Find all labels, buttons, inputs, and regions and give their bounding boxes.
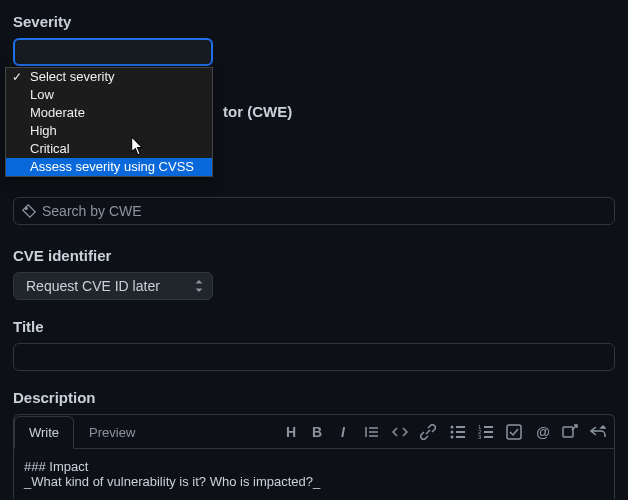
severity-option-placeholder[interactable]: Select severity xyxy=(6,68,212,86)
svg-point-2 xyxy=(451,430,454,433)
cwe-search-input[interactable] xyxy=(42,203,606,219)
severity-option-low[interactable]: Low xyxy=(6,86,212,104)
tab-write[interactable]: Write xyxy=(14,416,74,449)
severity-option-moderate[interactable]: Moderate xyxy=(6,104,212,122)
quote-icon[interactable] xyxy=(364,424,380,440)
svg-point-0 xyxy=(26,208,28,210)
bold-icon[interactable]: B xyxy=(310,424,324,440)
description-label: Description xyxy=(13,389,615,406)
tab-preview[interactable]: Preview xyxy=(74,416,150,449)
crossreference-icon[interactable] xyxy=(562,424,578,440)
svg-rect-14 xyxy=(563,427,573,437)
cve-label: CVE identifier xyxy=(13,247,615,264)
severity-option-cvss[interactable]: Assess severity using CVSS xyxy=(6,158,212,176)
severity-section: Severity Select severity Low Moderate Hi… xyxy=(13,13,615,69)
severity-dropdown[interactable]: Select severity Low Moderate High Critic… xyxy=(5,67,213,177)
cve-select[interactable]: Request CVE ID later xyxy=(13,272,213,300)
severity-label: Severity xyxy=(13,13,615,30)
severity-option-high[interactable]: High xyxy=(6,122,212,140)
title-input[interactable] xyxy=(13,343,615,371)
chevron-updown-icon xyxy=(194,280,204,292)
svg-rect-11 xyxy=(484,431,493,433)
svg-rect-12 xyxy=(484,436,493,438)
description-editor: Write Preview H B I 123 xyxy=(13,414,615,499)
link-icon[interactable] xyxy=(420,424,436,440)
cve-section: CVE identifier Request CVE ID later xyxy=(13,247,615,300)
title-section: Title xyxy=(13,318,615,371)
svg-text:3: 3 xyxy=(478,434,482,440)
description-textarea[interactable]: ### Impact _What kind of vulnerability i… xyxy=(14,449,614,499)
reply-icon[interactable] xyxy=(590,424,606,440)
tasklist-icon[interactable] xyxy=(506,424,522,440)
svg-rect-10 xyxy=(484,426,493,428)
title-label: Title xyxy=(13,318,615,335)
svg-point-1 xyxy=(451,425,454,428)
numbered-list-icon[interactable]: 123 xyxy=(478,424,494,440)
body-line-1: ### Impact xyxy=(24,459,88,474)
svg-rect-4 xyxy=(456,426,465,428)
severity-option-critical[interactable]: Critical xyxy=(6,140,212,158)
svg-rect-5 xyxy=(456,431,465,433)
editor-toolbar: H B I 123 @ xyxy=(284,424,606,440)
cve-selected-value: Request CVE ID later xyxy=(26,278,160,294)
italic-icon[interactable]: I xyxy=(336,424,350,440)
tag-icon xyxy=(22,204,36,218)
cwe-search-wrapper[interactable] xyxy=(13,197,615,225)
severity-select[interactable]: Select severity Low Moderate High Critic… xyxy=(13,38,213,66)
bullet-list-icon[interactable] xyxy=(450,424,466,440)
code-icon[interactable] xyxy=(392,424,408,440)
description-section: Description Write Preview H B I 123 xyxy=(13,389,615,499)
svg-rect-13 xyxy=(507,425,521,439)
cwe-label-fragment: tor (CWE) xyxy=(223,103,292,120)
svg-point-3 xyxy=(451,435,454,438)
svg-rect-6 xyxy=(456,436,465,438)
body-line-2: _What kind of vulnerability is it? Who i… xyxy=(24,474,320,489)
heading-icon[interactable]: H xyxy=(284,424,298,440)
mention-icon[interactable]: @ xyxy=(536,424,550,440)
editor-tabs: Write Preview H B I 123 xyxy=(14,415,614,449)
